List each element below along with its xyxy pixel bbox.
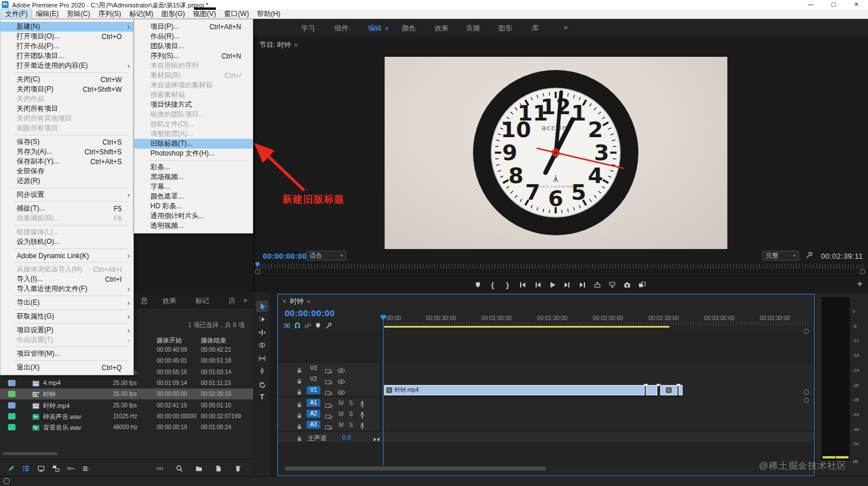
timeline-tab[interactable]: ×时钟≡: [282, 297, 311, 306]
panel-menu-icon[interactable]: ≡: [385, 25, 389, 32]
menu-item[interactable]: 打开项目(O)...Ctrl+O: [1, 32, 133, 41]
add-marker-icon[interactable]: [474, 281, 482, 289]
mark-out-icon[interactable]: }: [503, 281, 512, 289]
lock-icon[interactable]: [296, 387, 303, 398]
solo-button[interactable]: S: [349, 422, 353, 428]
menu-item[interactable]: 保存(S)Ctrl+S: [1, 137, 133, 147]
menubar-item[interactable]: 图形(G): [157, 9, 189, 19]
menu-item[interactable]: 退出(X)Ctrl+Q: [1, 363, 133, 372]
menu-item[interactable]: 透明视频...: [134, 221, 253, 231]
zoom-slider-icon[interactable]: [63, 462, 78, 474]
project-row[interactable]: 背景音乐.wav48000 Hz00:00:30:1900:01:06:24: [0, 422, 253, 433]
project-row[interactable]: 钟表声音.wav11025 Hz00:00:00:0000000:00:32:0…: [0, 411, 253, 422]
label-chip[interactable]: [8, 402, 16, 409]
voiceover-record-icon[interactable]: [359, 421, 365, 431]
workspace-tab[interactable]: 效果: [435, 24, 448, 33]
go-to-out-icon[interactable]: [578, 281, 586, 289]
project-panel-tab[interactable]: »: [243, 296, 247, 304]
program-timecode[interactable]: 00:00:00:00: [263, 252, 307, 261]
snap-icon[interactable]: [294, 322, 301, 329]
tool-selection[interactable]: [256, 301, 268, 312]
menu-item[interactable]: 关闭项目(P)Ctrl+Shift+W: [1, 84, 133, 94]
menu-item[interactable]: 项目(P)...Ctrl+Alt+N: [134, 22, 253, 32]
mark-in-icon[interactable]: {: [489, 281, 497, 289]
workspace-tab[interactable]: 学习: [301, 24, 315, 33]
track-name-V3[interactable]: V3: [307, 364, 320, 372]
track-scroll-handle-bottom[interactable]: [804, 398, 809, 403]
fit-dropdown[interactable]: 适合▾: [306, 251, 346, 261]
icon-view-icon[interactable]: [33, 462, 48, 474]
extract-icon[interactable]: [608, 281, 616, 289]
label-chip[interactable]: [8, 413, 16, 419]
menu-item[interactable]: 打开作品(P)...: [1, 41, 133, 51]
menu-item[interactable]: 打开最近使用的内容(E)›: [1, 61, 133, 71]
step-back-icon[interactable]: [533, 281, 541, 289]
label-chip[interactable]: [8, 424, 16, 430]
menu-item[interactable]: 黑场视频...: [134, 172, 253, 182]
track-name-A3[interactable]: A3: [307, 421, 320, 429]
menu-item[interactable]: 同步设置›: [1, 190, 133, 200]
new-item-icon[interactable]: [211, 462, 226, 474]
audio-track-row[interactable]: A3MS: [278, 419, 814, 431]
menu-item[interactable]: 颜色遮罩...: [134, 192, 253, 201]
project-row[interactable]: 时钟25.00 fps00:00:00:0000:02:39:10: [0, 388, 253, 399]
panel-menu-icon[interactable]: ≡: [294, 42, 298, 48]
workspace-tab[interactable]: 库: [532, 24, 538, 33]
menu-item[interactable]: 导入(I)...Ctrl+I: [1, 274, 133, 284]
writable-icon[interactable]: [3, 462, 18, 474]
project-row[interactable]: 4.mp425.00 fps00:01:09:1400:01:11:23: [0, 378, 253, 388]
menubar-item[interactable]: 标记(M): [125, 9, 157, 19]
add-panel-button[interactable]: +: [857, 279, 862, 289]
track-name-V1[interactable]: V1: [307, 386, 320, 394]
monitor-scrub-bar[interactable]: [257, 264, 864, 269]
menu-item[interactable]: 项目设置(P)›: [1, 325, 133, 335]
menu-item[interactable]: 设为脱机(O)...: [1, 237, 133, 247]
menu-item[interactable]: 关闭所有项目: [1, 104, 133, 114]
toggle-track-output-icon[interactable]: [338, 387, 345, 398]
lock-icon[interactable]: [296, 422, 303, 432]
menu-item[interactable]: 关闭(C)Ctrl+W: [1, 75, 133, 84]
menubar-item[interactable]: 视图(V): [189, 9, 220, 19]
track-name-A1[interactable]: A1: [307, 399, 320, 407]
project-panel-tab[interactable]: 历: [228, 296, 235, 306]
menu-item[interactable]: 全部保存: [1, 166, 133, 176]
lock-icon[interactable]: [296, 434, 303, 444]
mute-button[interactable]: M: [339, 400, 343, 406]
timeline-clip-segment[interactable]: fx: [660, 385, 677, 395]
minimize-button[interactable]: —: [799, 0, 822, 9]
solo-button[interactable]: S: [349, 400, 353, 406]
tool-ripple-edit[interactable]: [256, 326, 268, 338]
audio-track-row[interactable]: A2MS: [278, 409, 814, 420]
go-to-in-icon[interactable]: [518, 281, 526, 289]
menu-item[interactable]: 彩条...: [134, 162, 253, 172]
menu-item[interactable]: 导出(E)›: [1, 298, 133, 308]
audio-track-row[interactable]: A1MS: [278, 398, 814, 409]
solo-button[interactable]: S: [349, 411, 353, 417]
automate-to-sequence-icon[interactable]: [152, 462, 167, 474]
video-track-row[interactable]: V2: [278, 374, 814, 386]
find-icon[interactable]: [172, 462, 187, 474]
clear-icon[interactable]: [230, 462, 245, 474]
add-marker-icon[interactable]: [315, 322, 321, 329]
video-track-row[interactable]: V3: [278, 363, 814, 375]
tool-track-select-forward[interactable]: [256, 314, 268, 325]
bowtie-icon[interactable]: [373, 434, 380, 445]
master-volume-value[interactable]: 0.0: [342, 434, 351, 441]
track-name-A2[interactable]: A2: [307, 410, 320, 418]
track-scroll-handle-top[interactable]: [804, 390, 809, 395]
menu-item[interactable]: 导入最近使用的文件(F)›: [1, 284, 133, 294]
menu-item[interactable]: 项目快捷方式: [134, 100, 253, 110]
workspace-tab[interactable]: 颜色: [402, 24, 416, 33]
sort-icon[interactable]: [78, 462, 93, 474]
work-area-bar[interactable]: [384, 326, 669, 328]
menu-item[interactable]: Photoshop 文件(H)...: [134, 149, 253, 158]
project-row[interactable]: 时钟.mp425.00 fps00:02:41:1500:05:01:10: [0, 400, 253, 411]
settings-icon[interactable]: [325, 322, 332, 329]
resolution-dropdown[interactable]: 完整▾: [762, 251, 799, 261]
project-panel-tab[interactable]: 息: [141, 296, 148, 306]
menubar-item[interactable]: 剪辑(C): [63, 9, 94, 19]
menubar-item[interactable]: 编辑(E): [32, 9, 63, 19]
project-scrollbar[interactable]: [3, 452, 57, 455]
mute-button[interactable]: M: [339, 411, 343, 417]
menu-item[interactable]: 捕捉(T)...F5: [1, 204, 133, 213]
